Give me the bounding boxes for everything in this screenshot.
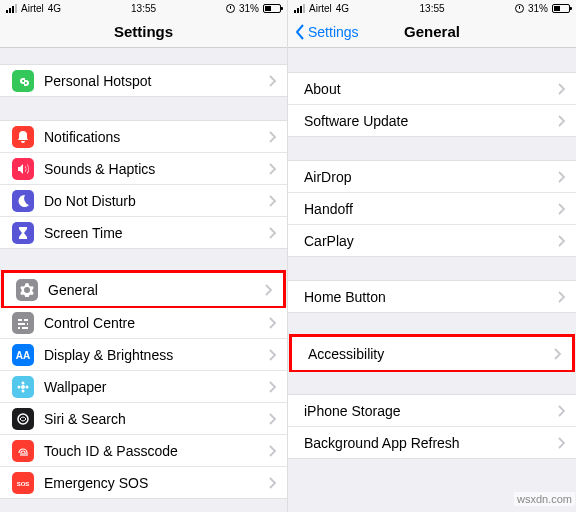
hourglass-icon (12, 222, 34, 244)
chevron-right-icon (558, 83, 566, 95)
chevron-right-icon (269, 381, 277, 393)
group-separator (288, 312, 576, 336)
row-personal-hotspot[interactable]: Personal Hotspot (0, 64, 287, 97)
row-label: Screen Time (44, 225, 269, 241)
sliders-icon (12, 312, 34, 334)
general-list[interactable]: AboutSoftware UpdateAirDropHandoffCarPla… (288, 48, 576, 512)
group-separator (288, 370, 576, 394)
aa-icon (12, 344, 34, 366)
row-screen-time[interactable]: Screen Time (0, 216, 287, 249)
row-display[interactable]: Display & Brightness (0, 338, 287, 371)
row-do-not-disturb[interactable]: Do Not Disturb (0, 184, 287, 217)
row-label: AirDrop (304, 169, 558, 185)
carrier-label: Airtel (309, 3, 332, 14)
group-separator (288, 48, 576, 72)
nav-bar: Settings General (288, 16, 576, 48)
row-label: Touch ID & Passcode (44, 443, 269, 459)
row-home-button[interactable]: Home Button (288, 280, 576, 313)
page-title: General (404, 23, 460, 40)
row-bg-app-refresh[interactable]: Background App Refresh (288, 426, 576, 459)
row-control-centre[interactable]: Control Centre (0, 306, 287, 339)
chevron-right-icon (558, 171, 566, 183)
status-bar: Airtel 4G 13:55 31% (0, 0, 287, 16)
group-separator (288, 136, 576, 160)
back-button[interactable]: Settings (294, 24, 359, 40)
signal-icon (6, 4, 17, 13)
row-software-update[interactable]: Software Update (288, 104, 576, 137)
clock: 13:55 (131, 3, 156, 14)
group-separator (0, 96, 287, 120)
moon-icon (12, 190, 34, 212)
chevron-right-icon (269, 227, 277, 239)
watermark: wsxdn.com (514, 492, 575, 506)
battery-pct: 31% (239, 3, 259, 14)
carrier-label: Airtel (21, 3, 44, 14)
row-carplay[interactable]: CarPlay (288, 224, 576, 257)
chevron-right-icon (558, 203, 566, 215)
alarm-icon (226, 4, 235, 13)
chevron-right-icon (554, 348, 562, 360)
row-sounds-haptics[interactable]: Sounds & Haptics (0, 152, 287, 185)
chevron-right-icon (558, 405, 566, 417)
row-label: Handoff (304, 201, 558, 217)
row-label: Software Update (304, 113, 558, 129)
row-label: Background App Refresh (304, 435, 558, 451)
row-label: Notifications (44, 129, 269, 145)
gear-icon (16, 279, 38, 301)
general-screen: Airtel 4G 13:55 31% Settings General Abo… (288, 0, 576, 512)
battery-pct: 31% (528, 3, 548, 14)
row-label: Sounds & Haptics (44, 161, 269, 177)
siri-icon (12, 408, 34, 430)
chevron-right-icon (558, 235, 566, 247)
row-accessibility[interactable]: Accessibility (292, 337, 572, 370)
chevron-right-icon (269, 445, 277, 457)
row-notifications[interactable]: Notifications (0, 120, 287, 153)
chevron-right-icon (269, 75, 277, 87)
chevron-right-icon (558, 437, 566, 449)
settings-screen: Airtel 4G 13:55 31% Settings Personal Ho… (0, 0, 288, 512)
row-label: iPhone Storage (304, 403, 558, 419)
row-about[interactable]: About (288, 72, 576, 105)
row-label: Siri & Search (44, 411, 269, 427)
row-label: Accessibility (308, 346, 554, 362)
group-separator (288, 256, 576, 280)
row-label: About (304, 81, 558, 97)
settings-list[interactable]: Personal HotspotNotificationsSounds & Ha… (0, 48, 287, 512)
row-label: Wallpaper (44, 379, 269, 395)
signal-icon (294, 4, 305, 13)
fingerprint-icon (12, 440, 34, 462)
chevron-right-icon (269, 349, 277, 361)
network-label: 4G (48, 3, 61, 14)
highlight-box: Accessibility (289, 334, 575, 372)
row-touchid[interactable]: Touch ID & Passcode (0, 434, 287, 467)
nav-bar: Settings (0, 16, 287, 48)
chevron-right-icon (269, 131, 277, 143)
row-iphone-storage[interactable]: iPhone Storage (288, 394, 576, 427)
battery-icon (552, 4, 570, 13)
row-handoff[interactable]: Handoff (288, 192, 576, 225)
group-separator (0, 48, 287, 64)
row-label: Do Not Disturb (44, 193, 269, 209)
battery-icon (263, 4, 281, 13)
status-bar: Airtel 4G 13:55 31% (288, 0, 576, 16)
chevron-right-icon (269, 477, 277, 489)
row-label: Display & Brightness (44, 347, 269, 363)
row-label: CarPlay (304, 233, 558, 249)
clock: 13:55 (420, 3, 445, 14)
row-label: Personal Hotspot (44, 73, 269, 89)
row-label: General (48, 282, 265, 298)
chevron-right-icon (269, 163, 277, 175)
chevron-right-icon (558, 291, 566, 303)
flower-icon (12, 376, 34, 398)
row-siri[interactable]: Siri & Search (0, 402, 287, 435)
row-label: Emergency SOS (44, 475, 269, 491)
row-label: Home Button (304, 289, 558, 305)
row-airdrop[interactable]: AirDrop (288, 160, 576, 193)
row-emergency-sos[interactable]: Emergency SOS (0, 466, 287, 499)
bell-icon (12, 126, 34, 148)
row-general[interactable]: General (4, 273, 283, 306)
chevron-right-icon (265, 284, 273, 296)
chevron-right-icon (558, 115, 566, 127)
row-wallpaper[interactable]: Wallpaper (0, 370, 287, 403)
sos-icon (12, 472, 34, 494)
